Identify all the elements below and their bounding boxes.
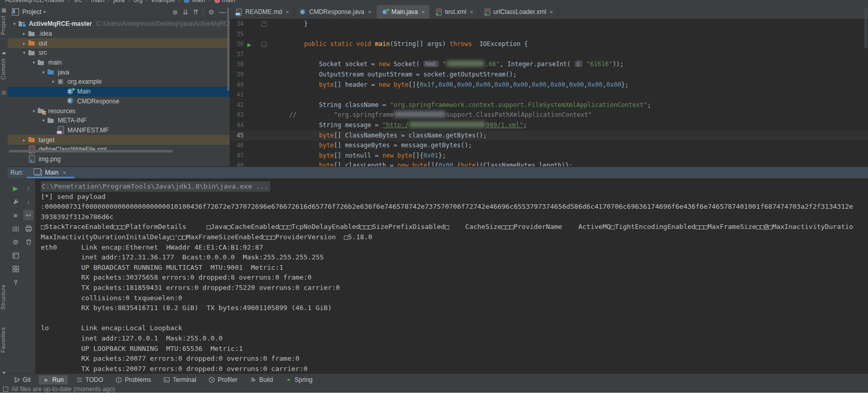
clear-all-icon[interactable] — [23, 237, 34, 247]
pin-icon[interactable]: ◎ — [1, 89, 7, 95]
up-stack-icon[interactable]: ↑ — [23, 183, 34, 193]
chevron-expanded-icon[interactable]: ▾ — [40, 118, 47, 123]
fold-marker-icon[interactable]: ⌃ — [261, 21, 267, 27]
bottom-bar-item-terminal[interactable]: Terminal — [160, 375, 200, 384]
breadcrumb-item[interactable]: src — [74, 0, 82, 4]
bottom-bar-item-build[interactable]: Build — [246, 375, 277, 384]
close-icon[interactable]: × — [286, 9, 289, 15]
project-tree-horizontal-scrollbar[interactable] — [9, 150, 173, 152]
bottom-bar-label: TODO — [85, 376, 103, 383]
rerun-icon[interactable]: ▶ — [10, 183, 21, 193]
settings-icon[interactable]: ⚙ — [208, 9, 214, 16]
bottom-bar-item-git[interactable]: Git — [9, 375, 35, 384]
restore-layout-icon[interactable] — [10, 250, 21, 260]
tree-item-manifest-mf[interactable]: MFMANIFEST.MF — [8, 126, 230, 135]
project-tree-vertical-scrollbar[interactable] — [227, 7, 229, 91]
folder-icon — [28, 49, 36, 57]
tree-item-meta-inf[interactable]: ▾META-INF — [8, 116, 230, 126]
locate-icon[interactable]: ⊕ — [172, 9, 178, 16]
chevron-expanded-icon[interactable]: ▾ — [30, 109, 37, 114]
breadcrumb-item[interactable]: org — [134, 0, 143, 4]
breadcrumb-item[interactable]: main — [222, 0, 235, 4]
stripe-button-commit[interactable]: Commit — [0, 58, 8, 80]
tree-item-main[interactable]: C▶Main — [8, 87, 230, 97]
pin-icon[interactable] — [10, 277, 21, 287]
tree-item-activemqrce-master[interactable]: ▾ActiveMqRCE-masterC:\Users\Anonymous\De… — [8, 19, 230, 29]
folder-icon[interactable]: ▰ — [1, 50, 7, 56]
tab-main-java[interactable]: C▶Main.java× — [376, 5, 430, 19]
tab-readme-md[interactable]: MDREADME.md× — [230, 5, 294, 19]
breadcrumb-item[interactable]: main — [91, 0, 104, 4]
bottom-bar-item-todo[interactable]: TODO — [72, 375, 107, 384]
chevron-down-icon[interactable]: ▾ — [43, 9, 46, 14]
close-icon[interactable]: × — [550, 9, 553, 15]
close-icon[interactable]: × — [421, 9, 424, 15]
tree-item-java[interactable]: ▾java — [8, 67, 230, 77]
tree-item-out[interactable]: ▸out — [8, 38, 230, 48]
chevron-collapsed-icon[interactable]: ▸ — [21, 137, 28, 143]
tab-test-xml[interactable]: </>test.xml× — [430, 5, 479, 19]
tree-item-resources[interactable]: ▾resources — [8, 106, 230, 116]
tree-item-src[interactable]: ▾src — [8, 48, 230, 58]
project-panel-title[interactable]: Project — [22, 8, 41, 16]
run-line-icon[interactable]: ▶ — [247, 40, 251, 50]
down-stack-icon[interactable]: ↓ — [23, 196, 34, 207]
toolwindow-icon[interactable]: ▦ — [1, 7, 7, 13]
collapse-all-icon[interactable]: ⇊ — [183, 9, 188, 16]
close-icon[interactable]: × — [62, 170, 66, 176]
stop-icon[interactable]: ■ — [10, 210, 21, 220]
stripe-button-project[interactable]: Project — [0, 16, 8, 35]
chevron-expanded-icon[interactable]: ▾ — [50, 79, 57, 84]
wrench-icon[interactable] — [10, 196, 21, 207]
bottom-bar-item-run[interactable]: ▶Run — [39, 375, 68, 384]
run-console-output[interactable]: C:\Penetration\ProgramTools\Java\jdk1.8\… — [36, 179, 868, 374]
soft-wrap-icon[interactable]: ↩ — [23, 210, 34, 220]
gear-icon[interactable]: ⚙ — [10, 237, 21, 247]
code-line-46: 46 byte[] messageBytes = message.getByte… — [230, 141, 868, 151]
run-config-icon — [214, 0, 220, 3]
hide-icon[interactable]: — — [219, 9, 226, 16]
expand-all-icon[interactable]: ⇈ — [193, 9, 198, 16]
tree-item-cmdresponse[interactable]: CCMDResponse — [8, 97, 230, 106]
tab-urlclassloader-xml[interactable]: </>urlClassLoader.xml× — [479, 5, 558, 19]
bottom-bar-item-profiler[interactable]: Profiler — [204, 375, 242, 384]
line-number: 45 — [230, 131, 244, 141]
grid-icon[interactable] — [10, 264, 21, 274]
tree-item-org-example[interactable]: ▾org.example — [8, 77, 230, 87]
project-panel-header: Project ▾ ⊕⇊⇈⚙— — [8, 5, 230, 19]
tree-item-main[interactable]: ▾main — [8, 58, 230, 68]
print-icon[interactable] — [23, 223, 34, 234]
bottom-bar-item-spring[interactable]: ❧Spring — [281, 375, 317, 384]
breadcrumb-item[interactable]: Main — [192, 0, 205, 4]
line-number: 38 — [230, 59, 244, 70]
console-icon — [35, 170, 42, 176]
breadcrumb-item[interactable]: example — [151, 0, 175, 4]
tree-item-target[interactable]: ▸target — [8, 135, 230, 145]
tab-cmdresponse-java[interactable]: CCMDResponse.java× — [294, 5, 376, 19]
class-icon — [184, 0, 190, 3]
chevron-expanded-icon[interactable]: ▾ — [21, 50, 28, 55]
breadcrumb-item[interactable]: ActiveMqRCE-master — [5, 0, 65, 4]
tree-item-label: MANIFEST.MF — [68, 127, 109, 134]
tree-item-label: target — [39, 136, 55, 144]
stripe-button-structure[interactable]: Structure — [0, 284, 8, 310]
tree-item--idea[interactable]: ▸.idea — [8, 29, 230, 39]
editor-scrollbar[interactable] — [864, 7, 867, 49]
stripe-button-favorites[interactable]: Favorites — [0, 327, 8, 353]
chevron-expanded-icon[interactable]: ▾ — [30, 60, 37, 65]
code-editor[interactable]: 34⌃ }3536▶⌄ public static void main(Stri… — [230, 19, 868, 167]
chevron-expanded-icon[interactable]: ▾ — [11, 21, 18, 26]
close-icon[interactable]: × — [368, 9, 371, 15]
fold-marker-icon[interactable]: ⌄ — [261, 41, 267, 47]
chevron-expanded-icon[interactable]: ▾ — [40, 70, 47, 75]
problems-icon — [116, 376, 122, 383]
spring-icon: ❧ — [286, 376, 292, 383]
bottom-bar-item-problems[interactable]: Problems — [112, 375, 155, 384]
camera-icon[interactable] — [10, 223, 21, 234]
run-console-tab-label: Main — [45, 169, 58, 176]
close-icon[interactable]: × — [470, 9, 473, 15]
chevron-collapsed-icon[interactable]: ▸ — [21, 31, 28, 36]
breadcrumb-item[interactable]: java — [113, 0, 124, 4]
chevron-collapsed-icon[interactable]: ▸ — [21, 41, 28, 46]
tree-item-img-png[interactable]: img.png — [8, 155, 230, 164]
